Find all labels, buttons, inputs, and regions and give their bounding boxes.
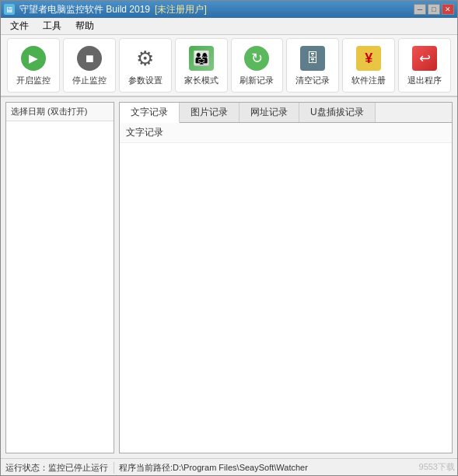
register-label: 软件注册 (351, 75, 386, 86)
tab-image-records[interactable]: 图片记录 (180, 103, 239, 122)
clear-label: 清空记录 (295, 75, 330, 86)
menu-tools[interactable]: 工具 (37, 18, 68, 34)
watermark: 9553下载 (419, 461, 455, 473)
start-monitor-icon: ▶ (19, 44, 47, 72)
app-icon: 🖥 (4, 4, 15, 15)
tab-usb-records[interactable]: U盘插拔记录 (299, 103, 376, 122)
menu-bar: 文件 工具 帮助 (1, 18, 457, 35)
refresh-icon: ↻ (243, 44, 271, 72)
parent-mode-button[interactable]: 👨‍👩‍👧 家长模式 (175, 38, 228, 93)
exit-label: 退出程序 (407, 75, 442, 86)
params-button[interactable]: ⚙ 参数设置 (119, 38, 172, 93)
title-bar-title: 守望者电脑监控软件 Build 2019 (19, 3, 150, 16)
toolbar: ▶ 开启监控 ⏹ 停止监控 ⚙ 参数设置 👨‍👩‍👧 家长模式 ↻ 刷新记录 🗄… (1, 35, 457, 97)
parent-mode-label: 家长模式 (184, 75, 219, 86)
start-monitor-button[interactable]: ▶ 开启监控 (7, 38, 60, 93)
minimize-button[interactable]: ─ (414, 4, 426, 15)
status-bar: 运行状态：监控已停止运行 程序当前路径:D:\Program Files\Sea… (1, 458, 457, 476)
tabs: 文字记录 图片记录 网址记录 U盘插拔记录 (120, 103, 452, 123)
params-label: 参数设置 (128, 75, 163, 86)
stop-monitor-icon: ⏹ (75, 44, 103, 72)
tab-text-records[interactable]: 文字记录 (120, 103, 180, 123)
exit-button[interactable]: ↩ 退出程序 (398, 38, 451, 93)
left-panel: 选择日期 (双击打开) (5, 102, 114, 453)
menu-help[interactable]: 帮助 (69, 18, 100, 34)
parent-mode-icon: 👨‍👩‍👧 (187, 44, 215, 72)
start-monitor-label: 开启监控 (16, 75, 51, 86)
title-bar-controls: ─ □ ✕ (414, 4, 454, 15)
clear-icon: 🗄 (299, 44, 327, 72)
date-list[interactable] (6, 121, 114, 453)
main-area: 选择日期 (双击打开) 文字记录 图片记录 网址记录 U盘插拔记录 文字记录 图… (1, 97, 457, 458)
left-panel-title: 选择日期 (双击打开) (6, 103, 114, 121)
text-records-body[interactable] (120, 143, 452, 453)
status-left: 运行状态：监控已停止运行 (5, 462, 114, 474)
title-bar: 🖥 守望者电脑监控软件 Build 2019 [未注册用户] ─ □ ✕ (1, 1, 457, 18)
register-button[interactable]: ¥ 软件注册 (342, 38, 395, 93)
right-panel: 文字记录 图片记录 网址记录 U盘插拔记录 文字记录 图片记录 网址记录 (119, 102, 453, 453)
panel-text-records: 文字记录 (120, 123, 452, 453)
refresh-label: 刷新记录 (239, 75, 274, 86)
clear-button[interactable]: 🗄 清空记录 (286, 38, 339, 93)
maximize-button[interactable]: □ (428, 4, 440, 15)
register-icon: ¥ (355, 44, 383, 72)
title-bar-user-status: [未注册用户] (155, 3, 207, 16)
stop-monitor-button[interactable]: ⏹ 停止监控 (63, 38, 116, 93)
menu-file[interactable]: 文件 (4, 18, 35, 34)
params-icon: ⚙ (131, 44, 159, 72)
text-records-header: 文字记录 (120, 123, 452, 143)
stop-monitor-label: 停止监控 (72, 75, 107, 86)
title-bar-left: 🖥 守望者电脑监控软件 Build 2019 [未注册用户] (4, 3, 207, 16)
status-right: 程序当前路径:D:\Program Files\SeaySoft\Watcher (114, 462, 453, 474)
refresh-button[interactable]: ↻ 刷新记录 (231, 38, 284, 93)
tab-content: 文字记录 图片记录 网址记录 U盘插拔记录 (120, 123, 452, 453)
close-button[interactable]: ✕ (442, 4, 454, 15)
exit-icon: ↩ (411, 44, 439, 72)
tab-url-records[interactable]: 网址记录 (239, 103, 299, 122)
